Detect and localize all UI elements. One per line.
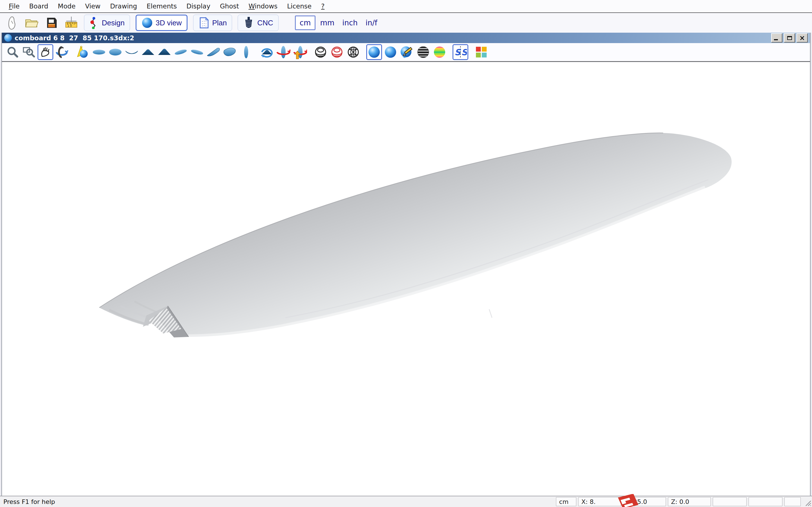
- menu-ghost[interactable]: Ghost: [215, 3, 244, 10]
- document-titlebar: comboard 6 8 27 85 170.s3dx:2 ×: [2, 33, 810, 43]
- svg-text:1 0: 1 0: [67, 24, 72, 27]
- 3d-canvas[interactable]: [2, 62, 810, 496]
- plan-sheet-icon: [199, 17, 209, 29]
- sphere-icon: [142, 17, 153, 29]
- menu-bar: File Board Mode View Drawing Elements Di…: [0, 0, 812, 13]
- view-side-icon[interactable]: [238, 44, 254, 60]
- save-icon[interactable]: [43, 15, 60, 31]
- hand-pointer-icon[interactable]: [4, 15, 20, 31]
- cnc-label: CNC: [257, 18, 273, 27]
- status-empty-field-2: [749, 497, 782, 506]
- svg-text:S: S: [455, 47, 461, 57]
- spin-axis-icon[interactable]: [275, 44, 291, 60]
- resize-grip[interactable]: [804, 499, 811, 506]
- open-folder-icon[interactable]: [24, 15, 40, 31]
- menu-elements[interactable]: Elements: [142, 3, 182, 10]
- status-empty-field-1: [713, 497, 747, 506]
- design-mode-button[interactable]: Design: [84, 15, 130, 31]
- status-help-text: Press F1 for help: [2, 498, 556, 505]
- menu-mode[interactable]: Mode: [53, 3, 80, 10]
- unit-cm[interactable]: cm: [295, 15, 316, 30]
- view-perspective-right-icon[interactable]: [222, 44, 238, 60]
- symmetry-icon[interactable]: SS: [453, 44, 468, 60]
- application-window: File Board Mode View Drawing Elements Di…: [0, 0, 812, 507]
- status-x-field: X: 8.: [578, 497, 621, 506]
- menu-file[interactable]: File: [4, 3, 24, 10]
- 3d-view-label: 3D view: [156, 18, 182, 27]
- render-solid-icon[interactable]: [366, 44, 382, 60]
- cnc-mode-button[interactable]: CNC: [238, 15, 278, 31]
- wireframe-sphere-red-icon[interactable]: [329, 44, 345, 60]
- status-z-field: Z: 0.0: [668, 497, 711, 506]
- plan-mode-button[interactable]: Plan: [193, 15, 232, 31]
- menu-license[interactable]: License: [282, 3, 316, 10]
- plan-label: Plan: [212, 18, 227, 27]
- zoom-window-icon[interactable]: [21, 44, 37, 60]
- mesh-sphere-icon[interactable]: [345, 44, 361, 60]
- status-bar: Press F1 for help cm X: 8. Y: 25.0 Z: 0.…: [0, 496, 812, 507]
- dimensions-icon[interactable]: 1 0: [63, 15, 80, 31]
- view-top-icon[interactable]: [91, 44, 107, 60]
- svg-text:S: S: [461, 47, 467, 57]
- view-front-icon[interactable]: [140, 44, 156, 60]
- cnc-bit-icon: [243, 16, 254, 29]
- wireframe-sphere-icon[interactable]: [313, 44, 328, 60]
- view-tilt-left-icon[interactable]: [173, 44, 189, 60]
- surfboard-3d-render: [2, 62, 810, 495]
- menu-help[interactable]: ?: [316, 3, 329, 10]
- menu-display[interactable]: Display: [182, 3, 215, 10]
- document-sphere-icon: [4, 34, 12, 42]
- document-window: comboard 6 8 27 85 170.s3dx:2 ×: [1, 33, 811, 496]
- status-unit-field: cm: [556, 497, 576, 506]
- zebra-sphere-icon[interactable]: [415, 44, 431, 60]
- view-perspective-left-icon[interactable]: [206, 44, 221, 60]
- light-source-icon[interactable]: [75, 44, 91, 60]
- unit-mm[interactable]: mm: [317, 16, 338, 29]
- flip-board-icon[interactable]: [292, 44, 308, 60]
- board-hull: [99, 133, 732, 337]
- view-back-icon[interactable]: [156, 44, 172, 60]
- paint-sphere-icon[interactable]: [399, 44, 415, 60]
- view-bottom-icon[interactable]: [107, 44, 123, 60]
- close-button[interactable]: ×: [797, 33, 808, 43]
- maximize-button[interactable]: [784, 33, 795, 43]
- design-label: Design: [102, 18, 124, 27]
- menu-board[interactable]: Board: [24, 3, 53, 10]
- menu-drawing[interactable]: Drawing: [105, 3, 142, 10]
- pan-hand-icon[interactable]: [38, 44, 53, 60]
- 3d-view-mode-button[interactable]: 3D view: [136, 15, 188, 31]
- red-cube-logo-icon: [615, 494, 640, 507]
- document-title: comboard 6 8 27 85 170.s3dx:2: [15, 34, 771, 42]
- unit-inch[interactable]: inch: [339, 16, 361, 29]
- curvature-sphere-icon[interactable]: [432, 44, 448, 60]
- color-panels-icon[interactable]: [473, 44, 489, 60]
- view-toolbar: SS: [2, 43, 810, 62]
- minimize-button[interactable]: [771, 33, 782, 43]
- rotate-3d-icon[interactable]: [54, 44, 70, 60]
- design-nodes-icon: [89, 17, 99, 29]
- main-toolbar: 1 0 Design 3D view Plan: [0, 13, 812, 33]
- zoom-icon[interactable]: [5, 44, 20, 60]
- render-smooth-icon[interactable]: [383, 44, 398, 60]
- view-tilt-right-icon[interactable]: [189, 44, 205, 60]
- view-dish-icon[interactable]: [124, 44, 140, 60]
- rotate-view-icon[interactable]: [259, 44, 275, 60]
- status-fields: cm X: 8. Y: 25.0 Z: 0.0: [556, 497, 801, 506]
- unit-inf[interactable]: in/f: [362, 16, 381, 29]
- menu-windows[interactable]: Windows: [244, 3, 283, 10]
- menu-view[interactable]: View: [80, 3, 105, 10]
- status-empty-field-3: [784, 497, 801, 506]
- unit-selector: cm mm inch in/f: [295, 15, 380, 30]
